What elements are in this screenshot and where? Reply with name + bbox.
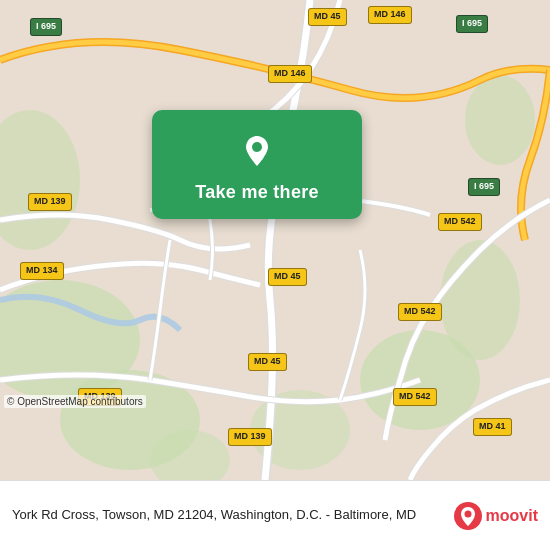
road-badge-md41-right: MD 41 — [473, 418, 512, 436]
road-badge-md45-lower: MD 45 — [248, 353, 287, 371]
bottom-bar: York Rd Cross, Towson, MD 21204, Washing… — [0, 480, 550, 550]
map-container: I 695 MD 45 MD 146 MD 146 I 695 MD 139 M… — [0, 0, 550, 480]
road-badge-md146-top: MD 146 — [368, 6, 412, 24]
moovit-text: moovit — [486, 507, 538, 525]
location-pin-icon — [235, 128, 279, 172]
address-text: York Rd Cross, Towson, MD 21204, Washing… — [12, 506, 446, 524]
road-badge-i695-right: I 695 — [468, 178, 500, 196]
road-badge-md146-mid: MD 146 — [268, 65, 312, 83]
svg-point-6 — [465, 75, 535, 165]
road-badge-md45-top: MD 45 — [308, 8, 347, 26]
moovit-icon — [454, 502, 482, 530]
road-badge-md134-left: MD 134 — [20, 262, 64, 280]
road-badge-md542-lower: MD 542 — [393, 388, 437, 406]
road-badge-i695-topright: I 695 — [456, 15, 488, 33]
take-me-button[interactable]: Take me there — [195, 182, 319, 203]
road-badge-md542-mid: MD 542 — [398, 303, 442, 321]
osm-copyright-map: © OpenStreetMap contributors — [4, 395, 146, 408]
take-me-card: Take me there — [152, 110, 362, 219]
road-badge-md45-mid: MD 45 — [268, 268, 307, 286]
svg-point-12 — [464, 510, 471, 517]
svg-point-4 — [440, 240, 520, 360]
road-badge-md139-left: MD 139 — [28, 193, 72, 211]
road-badge-md542-right: MD 542 — [438, 213, 482, 231]
road-badge-i695-nw: I 695 — [30, 18, 62, 36]
road-badge-md139-bottom: MD 139 — [228, 428, 272, 446]
moovit-logo: moovit — [454, 502, 538, 530]
svg-point-10 — [252, 142, 262, 152]
